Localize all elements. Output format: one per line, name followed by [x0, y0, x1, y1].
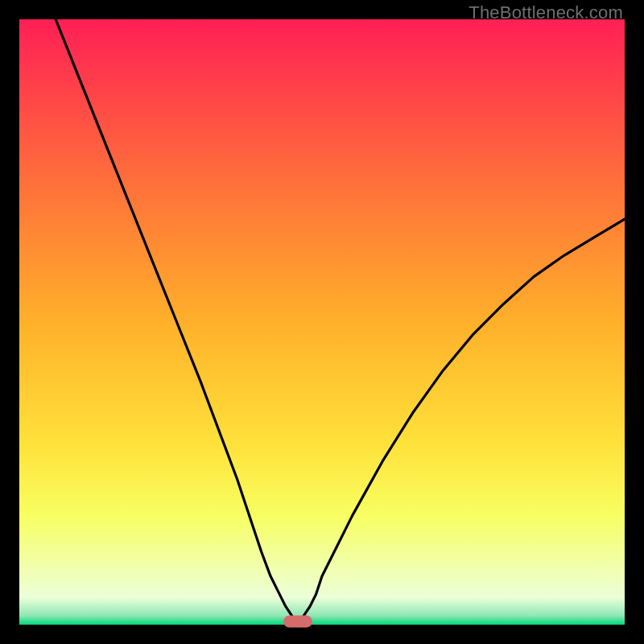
plot-frame — [19, 19, 625, 625]
bottleneck-curve — [19, 19, 625, 625]
watermark-text: TheBottleneck.com — [469, 2, 623, 23]
optimum-marker — [283, 616, 312, 628]
